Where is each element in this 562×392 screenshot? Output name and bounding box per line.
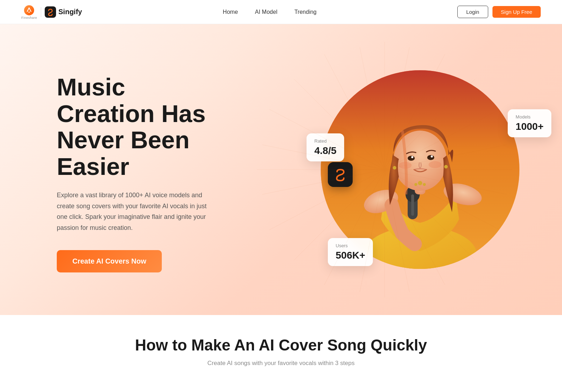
singify-name: Singify xyxy=(59,8,82,16)
main-nav: Home AI Model Trending xyxy=(223,9,316,15)
singify-logo: Singify xyxy=(45,6,82,18)
header: Fineshare Singify Home AI Model Trending… xyxy=(0,0,562,24)
svg-point-1 xyxy=(28,11,30,13)
svg-point-0 xyxy=(24,5,34,15)
header-actions: Login Sign Up Free xyxy=(457,6,541,18)
svg-line-17 xyxy=(324,54,385,170)
models-label: Models xyxy=(516,114,544,120)
bottom-section: How to Make An AI Cover Song Quickly Cre… xyxy=(0,315,562,374)
radial-lines-decoration xyxy=(257,42,512,297)
logo-divider xyxy=(41,7,41,17)
svg-line-13 xyxy=(385,170,445,285)
fineshare-label: Fineshare xyxy=(21,16,37,20)
fineshare-logo: Fineshare xyxy=(21,5,37,20)
svg-line-7 xyxy=(385,170,475,260)
login-button[interactable]: Login xyxy=(457,6,488,18)
stat-card-models: Models 1000+ xyxy=(508,109,551,137)
nav-ai-model[interactable]: AI Model xyxy=(255,9,277,15)
fineshare-icon xyxy=(23,5,35,16)
svg-line-19 xyxy=(385,145,507,170)
nav-trending[interactable]: Trending xyxy=(294,9,317,15)
svg-line-21 xyxy=(385,170,409,292)
svg-line-6 xyxy=(385,79,475,170)
svg-line-11 xyxy=(385,109,500,170)
svg-line-22 xyxy=(360,170,385,292)
signup-button[interactable]: Sign Up Free xyxy=(492,6,541,18)
hero-content: Music Creation Has Never Been Easier Exp… xyxy=(0,74,213,273)
singify-icon xyxy=(45,6,56,18)
svg-line-16 xyxy=(269,109,385,170)
svg-line-15 xyxy=(269,170,385,230)
hero-section: Music Creation Has Never Been Easier Exp… xyxy=(0,24,562,315)
svg-line-18 xyxy=(385,47,409,170)
hero-subtitle: Explore a vast library of 1000+ AI voice… xyxy=(57,190,213,233)
svg-line-12 xyxy=(385,170,500,230)
nav-home[interactable]: Home xyxy=(223,9,238,15)
bottom-subtitle: Create AI songs with your favorite vocal… xyxy=(0,360,562,367)
svg-line-9 xyxy=(294,79,385,170)
cta-button[interactable]: Create AI Covers Now xyxy=(57,250,162,272)
svg-line-24 xyxy=(262,145,385,170)
singify-s-icon xyxy=(46,8,54,16)
svg-line-14 xyxy=(324,170,385,285)
svg-line-20 xyxy=(385,170,507,194)
bottom-title: How to Make An AI Cover Song Quickly xyxy=(0,336,562,354)
logo-area: Fineshare Singify xyxy=(21,5,82,20)
svg-line-10 xyxy=(385,54,445,170)
svg-line-25 xyxy=(360,47,385,170)
svg-line-23 xyxy=(262,170,385,194)
hero-title: Music Creation Has Never Been Easier xyxy=(57,74,213,180)
models-value: 1000+ xyxy=(516,121,544,132)
svg-line-8 xyxy=(294,170,385,260)
